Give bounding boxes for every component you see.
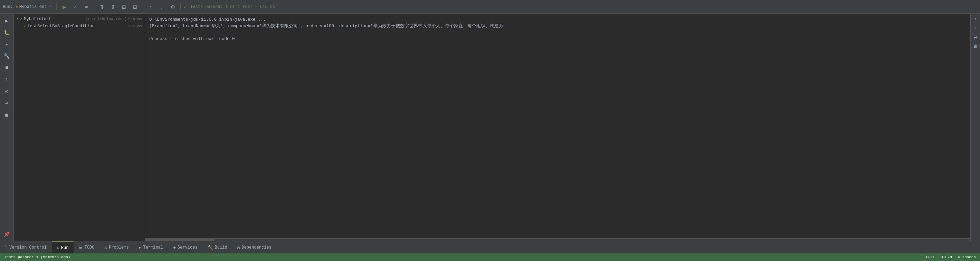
run-button[interactable]: ▶ (59, 2, 69, 12)
filter-button[interactable]: ⚙ (168, 2, 178, 12)
sep2 (94, 3, 94, 10)
debug-sidebar-icon[interactable]: 🐛 (2, 27, 13, 38)
test-tree: ▼ ✓ MybatisTest (com.itheima.test) 615 m… (14, 14, 145, 241)
output-line-3 (149, 30, 966, 36)
problems-tab[interactable]: ⚠ Problems (100, 241, 134, 253)
sep4 (180, 3, 181, 10)
output-content: D:\Environments\jdk-11.0.0.1\bin\java.ex… (145, 14, 970, 238)
test-root-arrow: ▼ (17, 17, 19, 21)
status-bar: Tests passed: 1 (moments ago) CRLF UTF-8… (0, 253, 980, 261)
test-child-duration: 615 ms (128, 24, 142, 28)
wrench-sidebar-icon[interactable]: 🔧 (2, 50, 13, 62)
test-name-label: MybatisTest (19, 5, 47, 9)
next-button[interactable]: ↓ (157, 2, 167, 12)
test-root-package: (com.itheima.test) (84, 17, 127, 21)
status-left-text: Tests passed: 1 (moments ago) (4, 255, 70, 259)
test-child-item[interactable]: ✓ testSelectBySingleCondition 615 ms (14, 22, 145, 30)
run-tab-icon: ▶ (57, 245, 59, 251)
close-tab-btn[interactable]: × (48, 4, 54, 10)
problems-icon: ⚠ (104, 245, 107, 250)
test-child-name: testSelectBySingleCondition (27, 24, 127, 29)
indent-indicator[interactable]: 4 spaces (958, 255, 976, 259)
build-icon: 🔨 (208, 245, 213, 250)
camera-sidebar-icon[interactable]: ◎ (2, 86, 13, 97)
status-right: CRLF UTF-8 4 spaces (926, 255, 976, 259)
status-check-icon: ✓ (183, 4, 186, 10)
dependencies-label: Dependencies (242, 245, 271, 250)
test-root-name: MybatisTest (24, 17, 82, 21)
stop-sidebar-icon[interactable]: ■ (2, 62, 13, 73)
run-tab-label: Run (61, 245, 69, 250)
services-label: Services (178, 245, 197, 250)
stop-button[interactable]: ■ (81, 2, 91, 12)
clear-btn[interactable]: 🗑 (971, 42, 980, 50)
main-content: ▶ 🐛 ✦ 🔧 ■ ↑ ◎ ↩ ▦ 📌 ▼ ✓ MybatisTest (com… (0, 14, 980, 241)
prev-button[interactable]: ↑ (146, 2, 156, 12)
todo-label: TODO (84, 245, 94, 250)
print-btn[interactable]: 🖨 (971, 33, 980, 41)
terminal-icon: ▸ (139, 245, 142, 250)
version-control-tab[interactable]: ⑂ Version Control (0, 241, 52, 253)
test-root-duration: 615 ms (128, 17, 142, 21)
todo-icon: ☰ (78, 245, 83, 250)
services-tab[interactable]: ◈ Services (168, 241, 202, 253)
sort-asc-button[interactable]: ⇅ (97, 2, 107, 12)
output-line-4: Process finished with exit code 0 (149, 36, 966, 43)
collapse-button[interactable]: ⊟ (119, 2, 129, 12)
bottom-bar: ⑂ Version Control ▶ Run ☰ TODO ⚠ Problem… (0, 241, 980, 253)
encoding-indicator[interactable]: UTF-8 (940, 255, 952, 259)
upload-sidebar-icon[interactable]: ↑ (2, 74, 13, 85)
left-sidebar: ▶ 🐛 ✦ 🔧 ■ ↑ ◎ ↩ ▦ 📌 (0, 14, 14, 241)
scroll-top-btn[interactable]: ↑ (971, 15, 980, 24)
run-label: Run: (3, 5, 13, 9)
scroll-bottom-btn[interactable]: ↓ (971, 24, 980, 32)
output-line-2: [Brand{id=2, brandName='华为', companyName… (149, 23, 966, 30)
right-toolbar: ↑ ↓ 🖨 🗑 (970, 14, 980, 241)
run-icon-small: ◈ (16, 4, 18, 9)
toolbar: Run: ◈ MybatisTest × ▶ ✓ ■ ⇅ ⇵ ⊟ ⊞ ↑ ↓ ⚙… (0, 0, 980, 14)
todo-tab[interactable]: ☰ TODO (73, 241, 100, 253)
sep1 (56, 3, 57, 10)
test-root-check: ✓ (20, 16, 22, 21)
build-tab[interactable]: 🔨 Build (203, 241, 232, 253)
import-sidebar-icon[interactable]: ↩ (2, 97, 13, 108)
terminal-tab[interactable]: ▸ Terminal (134, 241, 168, 253)
terminal-label: Terminal (143, 245, 163, 250)
check-button[interactable]: ✓ (70, 2, 80, 12)
run-configs-sidebar-icon[interactable]: ▶ (2, 15, 13, 26)
dependencies-tab[interactable]: ◎ Dependencies (232, 241, 277, 253)
build-label: Build (215, 245, 227, 250)
output-panel: D:\Environments\jdk-11.0.0.1\bin\java.ex… (145, 14, 970, 241)
problems-label: Problems (109, 245, 129, 250)
bookmark-sidebar-icon[interactable]: ✦ (2, 39, 13, 50)
dependencies-icon: ◎ (237, 245, 240, 250)
expand-button[interactable]: ⊞ (130, 2, 140, 12)
test-root-item[interactable]: ▼ ✓ MybatisTest (com.itheima.test) 615 m… (14, 15, 145, 22)
services-icon: ◈ (173, 245, 176, 250)
sort-desc-button[interactable]: ⇵ (108, 2, 118, 12)
status-text: Tests passed: 1 of 1 test – 615 ms (190, 5, 275, 9)
scrollbar-thumb[interactable] (145, 239, 214, 241)
version-control-icon: ⑂ (5, 245, 8, 250)
sep3 (143, 3, 143, 10)
test-child-check: ✓ (24, 24, 26, 29)
test-panel: ▼ ✓ MybatisTest (com.itheima.test) 615 m… (14, 14, 145, 241)
pin-sidebar-icon[interactable]: 📌 (2, 229, 13, 240)
version-control-label: Version Control (10, 245, 47, 250)
line-ending-indicator[interactable]: CRLF (926, 255, 935, 259)
run-tab[interactable]: ▶ Run (52, 241, 73, 253)
layout-sidebar-icon[interactable]: ▦ (2, 109, 13, 120)
output-line-1: D:\Environments\jdk-11.0.0.1\bin\java.ex… (149, 17, 966, 23)
horizontal-scrollbar[interactable] (145, 238, 970, 241)
